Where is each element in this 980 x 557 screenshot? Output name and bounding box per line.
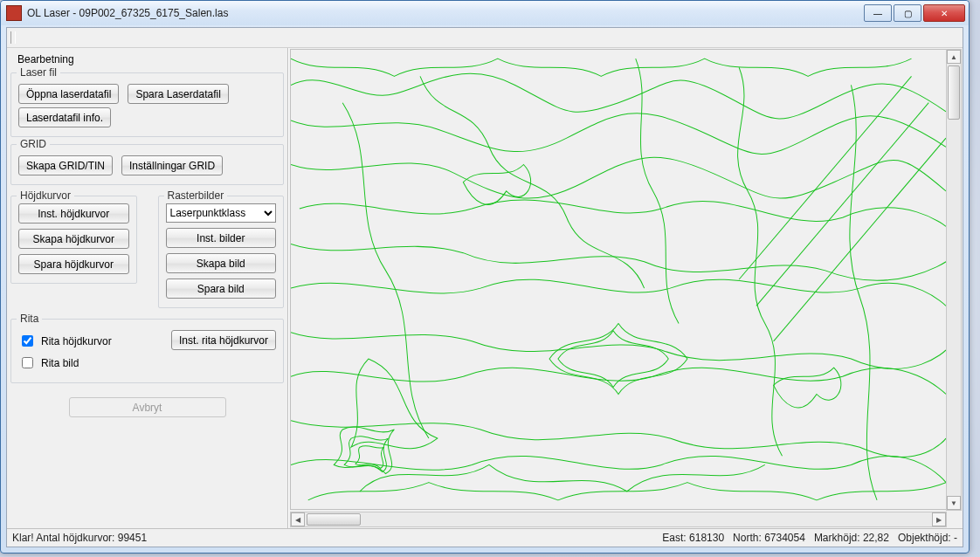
horizontal-scrollbar[interactable]: ◀ ▶ [290,512,947,527]
create-contours-button[interactable]: Skapa höjdkurvor [18,229,129,249]
status-obj-value: - [954,532,957,544]
group-contours-title: Höjdkurvor [17,189,74,202]
panel-title: Bearbetning [17,53,74,65]
draw-contours-checkbox[interactable]: Rita höjdkurvor [18,333,162,349]
draw-image-checkbox[interactable]: Rita bild [18,354,162,371]
status-east-label: East: [662,532,686,544]
app-window: OL Laser - 09P002_67325_6175_Salen.las —… [0,0,970,554]
laser-info-button[interactable]: Laserdatafil info. [18,107,111,127]
scroll-right-icon[interactable]: ▶ [932,512,946,526]
window-title: OL Laser - 09P002_67325_6175_Salen.las [27,7,228,19]
status-north-label: North: [733,532,762,544]
group-draw-title: Rita [17,313,42,325]
raster-settings-button[interactable]: Inst. bilder [166,228,277,248]
scroll-down-icon[interactable]: ▼ [947,496,961,510]
minimize-button[interactable]: — [864,4,892,22]
app-icon [6,5,22,21]
status-ground-label: Markhöjd: [814,532,860,544]
status-left: Klar! Antal höjdkurvor: 99451 [12,532,147,544]
open-laser-button[interactable]: Öppna laserdatafil [18,84,119,104]
group-contours: Höjdkurvor Inst. höjdkurvor Skapa höjdku… [10,196,137,284]
create-grid-button[interactable]: Skapa GRID/TIN [18,155,113,175]
status-obj-label: Objekthöjd: [898,532,951,544]
toolbar-grip[interactable] [10,31,16,44]
status-north-value: 6734054 [764,532,805,544]
scroll-thumb[interactable] [307,513,361,526]
group-laser: Laser fil Öppna laserdatafil Spara Laser… [10,72,284,137]
group-grid: GRID Skapa GRID/TIN Inställningar GRID [10,144,284,185]
grid-settings-button[interactable]: Inställningar GRID [121,155,223,175]
group-grid-title: GRID [17,138,50,150]
status-east-value: 618130 [689,532,724,544]
draw-contours-settings-button[interactable]: Inst. rita höjdkurvor [171,330,276,350]
group-draw: Rita Rita höjdkurvor Rita bild [10,319,284,383]
client-area: Bearbetning Laser fil Öppna laserdatafil… [6,27,963,547]
titlebar[interactable]: OL Laser - 09P002_67325_6175_Salen.las —… [1,1,969,25]
contours-settings-button[interactable]: Inst. höjdkurvor [18,203,129,223]
group-laser-title: Laser fil [17,66,60,79]
close-button[interactable]: ✕ [923,4,965,22]
save-contours-button[interactable]: Spara höjdkurvor [18,254,129,274]
scroll-left-icon[interactable]: ◀ [291,512,305,526]
scroll-thumb[interactable] [948,65,960,120]
toolbar [7,28,963,48]
vertical-scrollbar[interactable]: ▲ ▼ [946,49,962,511]
status-ground-value: 22,82 [863,532,889,544]
statusbar: Klar! Antal höjdkurvor: 99451 East: 6181… [7,528,963,547]
maximize-button[interactable]: ▢ [894,4,921,22]
group-raster-title: Rasterbilder [164,189,228,202]
raster-combo[interactable]: Laserpunktklass [166,203,277,223]
contour-lines [291,50,946,509]
scroll-up-icon[interactable]: ▲ [947,50,961,64]
create-image-button[interactable]: Skapa bild [166,253,277,273]
group-raster: Rasterbilder Laserpunktklass Inst. bilde… [158,196,285,308]
sidebar-panel: Bearbetning Laser fil Öppna laserdatafil… [7,48,288,528]
cancel-button[interactable]: Avbryt [69,397,226,417]
canvas-area: ▲ ▼ ◀ ▶ [288,48,963,528]
save-image-button[interactable]: Spara bild [166,278,277,299]
contour-canvas[interactable] [290,49,947,510]
save-laser-button[interactable]: Spara Laserdatafil [128,84,228,104]
